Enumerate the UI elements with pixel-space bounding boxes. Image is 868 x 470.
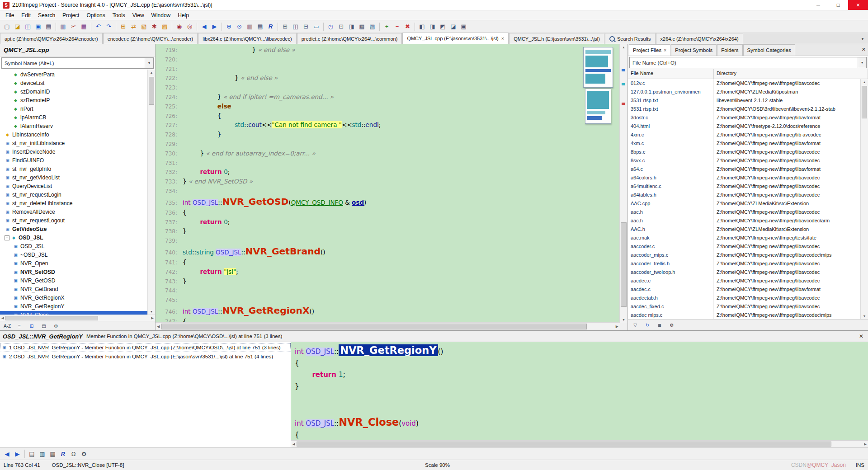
editor-horizontal-scrollbar[interactable]: ◀ ▶ xyxy=(156,322,620,330)
tab-x264-c-z-home-qmcy-x264-x264[interactable]: x264.c (Z:\home\QMCY\x264\x264) xyxy=(656,33,743,44)
file-row[interactable]: aacdectab.hZ:\home\QMCY\ffmpeg-new\ffmpe… xyxy=(628,294,861,302)
sidebar-item-nport[interactable]: ◆nPort xyxy=(0,105,148,113)
scroll-left-icon[interactable]: ◀ xyxy=(292,442,295,446)
window-layout-5-icon[interactable]: ▣ xyxy=(459,22,468,31)
scroll-up-icon[interactable]: ▲ xyxy=(620,44,627,50)
sidebar-item-st-nvr-requestlogin[interactable]: ▣st_nvr_requestLogin xyxy=(0,191,148,199)
file-row[interactable]: 3531 rtsp.txtZ:\home\QMCY\OSD\3rd\libeve… xyxy=(628,105,861,113)
file-table-scrollbar[interactable]: ▲ ▼ xyxy=(860,79,868,319)
file-row[interactable]: 404.htmlZ:\home\QMCY\freetype-2.12.0\doc… xyxy=(628,122,861,131)
layout-split-horizontal-icon[interactable]: ◫ xyxy=(291,22,300,31)
sidebar-horizontal-scrollbar[interactable]: ◀ ▶ xyxy=(0,315,155,321)
remove-line-icon[interactable]: − xyxy=(392,22,402,31)
menu-search[interactable]: Search xyxy=(34,11,59,19)
undo-icon[interactable]: ↶ xyxy=(94,22,103,31)
minimize-button[interactable]: ─ xyxy=(808,0,828,10)
scroll-up-icon[interactable]: ▲ xyxy=(148,70,155,75)
file-row[interactable]: AAC.cppZ:\home\QMCY\ZLMediaKit\src\Exten… xyxy=(628,199,861,208)
sidebar-item-insertdevicenode[interactable]: ▣InsertDeviceNode xyxy=(0,148,148,156)
menu-tools[interactable]: Tools xyxy=(109,11,129,19)
file-row[interactable]: 3531 rtsp.txtlibevent\libevent-2.1.12-st… xyxy=(628,96,861,105)
scroll-right-icon[interactable]: ▶ xyxy=(864,442,867,446)
sidebar-item-osd-jsl[interactable]: ▣~OSD_JSL xyxy=(0,251,148,259)
browse-symbols-icon[interactable]: ▤ xyxy=(255,22,265,31)
sidebar-item-nvr-setosd[interactable]: ▣NVR_SetOSD xyxy=(0,268,148,277)
back-icon[interactable]: ◀ xyxy=(199,22,209,31)
open-file-icon[interactable]: ◪ xyxy=(13,22,22,31)
scroll-down-icon[interactable]: ▼ xyxy=(148,309,155,315)
file-name-combo[interactable]: File Name (Ctrl+O) ▾ xyxy=(629,57,867,68)
settings-icon[interactable]: ⚙ xyxy=(666,321,677,329)
scroll-right-icon[interactable]: ▶ xyxy=(151,316,154,320)
file-row[interactable]: aacdec.cZ:\home\QMCY\ffmpeg-new\ffmpeg\l… xyxy=(628,277,861,285)
cut-icon[interactable]: ✂ xyxy=(69,22,78,31)
sidebar-item-querydevicelist[interactable]: ▣QueryDeviceList xyxy=(0,182,148,191)
sidebar-item-findguinfo[interactable]: ▣FindGUINFO xyxy=(0,156,148,165)
scrollbar-thumb[interactable] xyxy=(5,316,98,320)
search-results-icon[interactable]: ◉ xyxy=(175,22,184,31)
sidebar-item-nvr-close[interactable]: ▣NVR_Close xyxy=(0,311,148,315)
copy-icon[interactable]: ▥ xyxy=(58,22,68,31)
sidebar-item-lpalarmcb[interactable]: ◆lpAlarmCB xyxy=(0,113,148,122)
menu-view[interactable]: View xyxy=(129,11,148,19)
sidebar-item-osd-jsl[interactable]: −◆OSD_JSL xyxy=(0,234,148,242)
delete-special-icon[interactable]: ✖ xyxy=(403,22,412,31)
goto-symbol-icon[interactable]: ⊕ xyxy=(224,22,234,31)
list-view-icon[interactable]: ≡ xyxy=(14,322,25,330)
list-view-icon[interactable]: ≣ xyxy=(654,321,665,329)
sidebar-item-st-nvr-getvideolist[interactable]: ▣st_nvr_getVideoList xyxy=(0,174,148,182)
code-editor[interactable]: 719:} « end else »720:721:722:} « end el… xyxy=(156,44,627,330)
scroll-left-icon[interactable]: ◀ xyxy=(1,316,4,320)
panel-tab-symbol-categories[interactable]: Symbol Categories xyxy=(743,44,795,56)
scrollbar-thumb[interactable] xyxy=(149,77,154,105)
scrollbar-thumb[interactable] xyxy=(161,324,587,329)
sidebar-item-st-nvr-getipinfo[interactable]: ▣st_nvr_getIpInfo xyxy=(0,165,148,174)
file-row[interactable]: 8bps.cZ:\home\QMCY\ffmpeg-new\ffmpeg\lib… xyxy=(628,148,861,156)
file-row[interactable]: aacdec_fixed.cZ:\home\QMCY\ffmpeg-new\ff… xyxy=(628,302,861,311)
tab-list-icon[interactable]: ▾ xyxy=(857,33,868,44)
session-icon[interactable]: ▩ xyxy=(357,22,367,31)
file-row[interactable]: aacdec mips.cZ:\home\QMCY\ffmpeg-new\ffm… xyxy=(628,311,861,319)
file-row[interactable]: 4xm.cZ:\home\QMCY\ffmpeg-new\ffmpeg\liba… xyxy=(628,139,861,148)
window-layout-1-icon[interactable]: ◧ xyxy=(417,22,427,31)
file-compare-icon[interactable]: ◨ xyxy=(347,22,356,31)
file-row[interactable]: aac.makZ:\home\QMCY\ffmpeg-new\ffmpeg\te… xyxy=(628,234,861,242)
scroll-up-icon[interactable]: ▲ xyxy=(861,79,868,85)
book-view-icon[interactable]: ▤ xyxy=(38,322,49,330)
maximize-button[interactable]: □ xyxy=(828,0,848,10)
collapse-icon[interactable]: − xyxy=(5,235,9,240)
forward-icon[interactable]: ▶ xyxy=(13,449,22,459)
tab-libx264-c-z-home-qmcy-libavcodec[interactable]: libx264.c (Z:\home\QMCY\...\libavcodec) xyxy=(198,33,296,44)
symbol-info-icon[interactable]: ⊙ xyxy=(235,22,244,31)
tab-predict-c-z-home-qmcy-x264-common[interactable]: predict.c (Z:\home\QMCY\x264\...\common) xyxy=(297,33,402,44)
zoom-scale[interactable]: Scale 90% xyxy=(425,462,450,468)
panel-tab-folders[interactable]: Folders xyxy=(717,44,742,56)
toggle-context-window-icon[interactable]: ⊡ xyxy=(336,22,346,31)
panel-close-icon[interactable]: ✕ xyxy=(857,333,865,339)
tab-search-results[interactable]: Search Results xyxy=(605,33,656,44)
scroll-left-icon[interactable]: ◀ xyxy=(157,324,160,329)
file-row[interactable]: aaccoder_twoloop.hZ:\home\QMCY\ffmpeg-ne… xyxy=(628,268,861,277)
menu-help[interactable]: Help xyxy=(174,11,193,19)
sidebar-item-dwserverpara[interactable]: ◆dwServerPara xyxy=(0,70,148,79)
browse-files-icon[interactable]: ▥ xyxy=(245,22,255,31)
draft-view-icon[interactable]: ▧ xyxy=(368,22,377,31)
close-button[interactable]: ✕ xyxy=(848,0,868,10)
file-row[interactable]: aaccoder.cZ:\home\QMCY\ffmpeg-new\ffmpeg… xyxy=(628,242,861,251)
tab-qmcy-jsl-h-e-jason-svn-3531-jsl[interactable]: QMCY_JSL.h (E:\jason\svn\3531\...\jsl) xyxy=(509,33,604,44)
sidebar-item-st-nvr-initlibinstance[interactable]: ▣st_nvr_initLibInstance xyxy=(0,139,148,148)
file-row[interactable]: AAC.hZ:\home\QMCY\ZLMediaKit\src\Extensi… xyxy=(628,225,861,234)
project-window-icon[interactable]: ▨ xyxy=(160,22,170,31)
file-row[interactable]: 012v.cZ:\home\QMCY\ffmpeg-new\ffmpeg\lib… xyxy=(628,79,861,88)
file-row[interactable]: a64tables.hZ:\home\QMCY\ffmpeg-new\ffmpe… xyxy=(628,191,861,199)
tab-close-icon[interactable]: × xyxy=(664,48,666,53)
print-icon[interactable]: ▤ xyxy=(44,22,53,31)
sync-project-icon[interactable]: ⇄ xyxy=(129,22,138,31)
new-file-icon[interactable]: ▢ xyxy=(2,22,12,31)
tab-api-c-z-home-qmcy-x264-x264-encoder[interactable]: api.c (Z:\home\QMCY\x264\x264\encoder) xyxy=(0,33,103,44)
regex-search-icon[interactable]: ✱ xyxy=(150,22,159,31)
panel-close-icon[interactable]: ✕ xyxy=(862,47,866,52)
paste-icon[interactable]: ▦ xyxy=(79,22,89,31)
menu-edit[interactable]: Edit xyxy=(18,11,34,19)
column-header-file-name[interactable]: File Name xyxy=(628,69,714,79)
